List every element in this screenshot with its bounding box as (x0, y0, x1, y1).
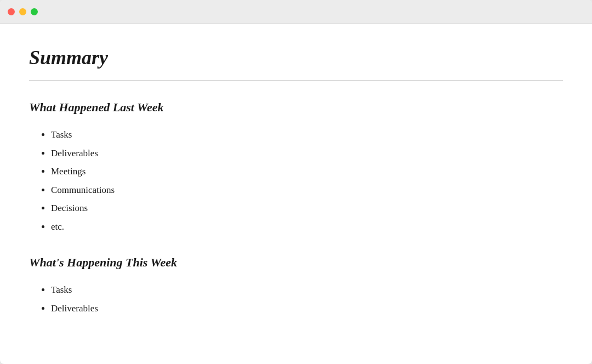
content-area: Summary What Happened Last Week Tasks De… (0, 24, 592, 364)
page-title: Summary (29, 46, 563, 69)
minimize-button[interactable] (19, 8, 26, 15)
bullet-list-last-week: Tasks Deliverables Meetings Communicatio… (29, 128, 563, 234)
window: Summary What Happened Last Week Tasks De… (0, 0, 592, 364)
divider (29, 80, 563, 81)
list-item: Communications (51, 183, 563, 197)
list-item: Meetings (51, 164, 563, 179)
list-item: Deliverables (51, 146, 563, 161)
list-item: Tasks (51, 283, 563, 297)
list-item: Deliverables (51, 302, 563, 316)
traffic-lights (8, 8, 38, 15)
list-item: etc. (51, 220, 563, 234)
maximize-button[interactable] (31, 8, 38, 15)
section-this-week: What's Happening This Week Tasks Deliver… (29, 255, 563, 315)
section-heading-last-week: What Happened Last Week (29, 100, 563, 115)
section-heading-this-week: What's Happening This Week (29, 255, 563, 270)
list-item: Decisions (51, 201, 563, 215)
list-item: Tasks (51, 128, 563, 142)
close-button[interactable] (8, 8, 15, 15)
bullet-list-this-week: Tasks Deliverables (29, 283, 563, 315)
title-bar (0, 0, 592, 24)
section-last-week: What Happened Last Week Tasks Deliverabl… (29, 100, 563, 234)
